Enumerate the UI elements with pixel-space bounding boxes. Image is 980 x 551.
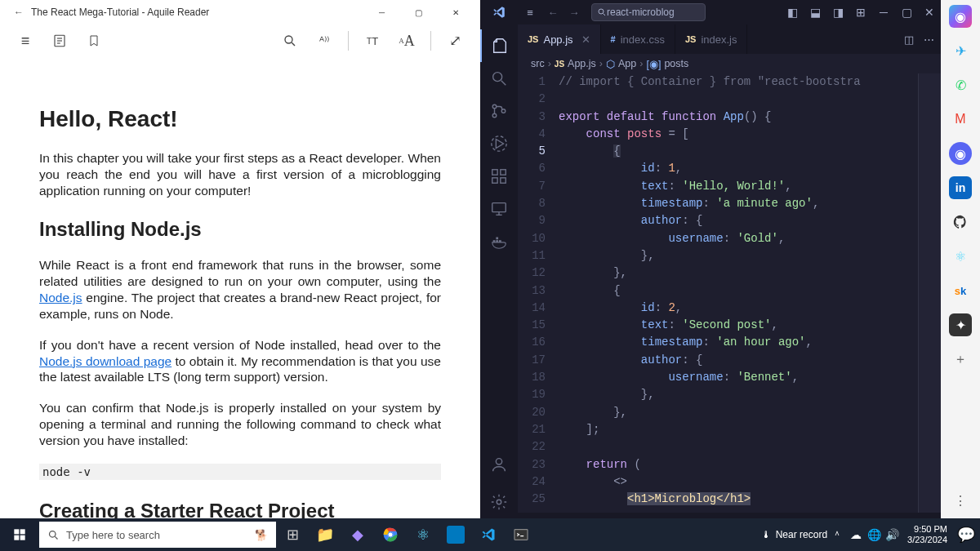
expand-icon[interactable]: ⤢ [438,24,472,57]
svg-point-32 [50,531,56,537]
node-paragraph-2: If you don't have a recent version of No… [39,337,441,385]
github-icon[interactable] [949,211,972,233]
start-button[interactable] [0,518,39,551]
close-button[interactable]: ✕ [437,0,474,24]
node-paragraph-1: While React is a front end framework tha… [39,257,441,322]
sk-icon[interactable]: sk [949,279,972,302]
layout-customize-icon[interactable]: ⊞ [849,6,872,19]
taskbar-search[interactable]: Type here to search 🐕 [39,522,276,548]
tab-app-js[interactable]: JSApp.js✕ [518,24,601,54]
back-icon[interactable]: ← [7,7,31,18]
heading-creating-starter: Creating a Starter React Project [39,500,334,518]
node-paragraph-3: You can confirm that Node.js is properly… [39,400,441,448]
svg-point-27 [497,500,501,504]
vscode-titlebar: ≡ ← → react-microblog ◧ ⬓ ◨ ⊞ ─ ▢ ✕ [480,0,941,24]
aquile-reader-window: ← The React Mega-Tutorial - Aquile Reade… [0,0,480,518]
extensions-icon[interactable] [480,160,518,193]
obsidian-icon[interactable]: ◆ [341,518,374,551]
explorer-icon[interactable] [480,29,518,62]
toc-icon[interactable] [42,24,77,57]
text-size-icon[interactable]: TT [355,24,390,57]
svg-point-8 [493,73,502,82]
discord-icon[interactable]: ◉ [949,142,972,165]
svg-point-4 [285,36,292,43]
svg-line-9 [501,81,506,86]
close-icon[interactable]: ✕ [581,33,590,46]
read-aloud-icon[interactable]: ᴬ⁾⁾ [307,24,341,57]
tray-chevron-icon[interactable]: ＾ [827,518,847,551]
terminal-icon[interactable] [505,518,537,551]
layout-panel-icon[interactable]: ⬓ [804,6,826,19]
onedrive-icon[interactable]: ☁ [847,518,865,551]
svg-point-26 [496,459,501,464]
gmail-icon[interactable]: M [949,108,972,131]
minimap[interactable] [918,73,941,513]
svg-marker-13 [496,140,503,149]
vsc-close-button[interactable]: ✕ [918,6,941,19]
rail-more-icon[interactable]: ⋮ [949,489,972,512]
maximize-button[interactable]: ▢ [400,0,437,24]
chrome-icon[interactable] [374,518,407,551]
edge-sidebar: ◉ ✈ ✆ M ◉ in ⚛ sk ✦ ＋ ⋮ [941,0,980,518]
split-editor-icon[interactable]: ◫ [904,33,914,46]
linkedin-icon[interactable]: in [949,176,972,199]
telegram-icon[interactable]: ✈ [949,39,972,62]
settings-gear-icon[interactable] [480,486,518,518]
layout-sidebar-left-icon[interactable]: ◧ [781,6,804,19]
nav-forward-icon[interactable]: → [564,7,585,19]
reader-content: Hello, React! In this chapter you will t… [0,57,480,518]
search-icon[interactable] [273,24,307,57]
source-control-icon[interactable] [480,95,518,127]
docker-icon[interactable] [480,225,518,258]
svg-point-6 [599,9,604,14]
wifi-icon[interactable]: 🌐 [865,518,883,551]
line-gutter: 1234567891011121314151617181920212223242… [518,73,559,513]
code-text[interactable]: // import { Container } from "react-boot… [559,73,941,513]
whatsapp-icon[interactable]: ✆ [949,73,972,96]
remote-icon[interactable] [480,193,518,225]
svg-rect-38 [514,530,528,540]
minimize-button[interactable]: ─ [363,0,400,24]
svg-line-5 [292,42,295,46]
react-icon[interactable]: ⚛ [949,245,972,268]
nav-back-icon[interactable]: ← [542,7,564,19]
bookmark-icon[interactable] [77,24,111,57]
code-editor[interactable]: 1234567891011121314151617181920212223242… [518,73,941,513]
editor-tabs: JSApp.js✕ #index.css JSindex.js ◫⋯ [518,24,941,54]
task-view-icon[interactable]: ⊞ [276,518,309,551]
trello-icon[interactable] [447,526,465,544]
svg-point-10 [492,104,497,109]
nodejs-link[interactable]: Node.js [39,291,82,304]
intro-paragraph: In this chapter you will take your first… [39,150,441,198]
more-actions-icon[interactable]: ⋯ [924,33,934,46]
debug-icon[interactable] [480,127,518,160]
nodejs-download-link[interactable]: Node.js download page [39,354,172,368]
file-explorer-icon[interactable]: 📁 [309,518,341,551]
activity-bar [480,24,518,518]
vscode-taskbar-icon[interactable] [472,518,505,551]
layout-sidebar-right-icon[interactable]: ◨ [826,6,849,19]
font-style-icon[interactable]: AA [390,24,424,57]
window-title: The React Mega-Tutorial - Aquile Reader [31,7,209,18]
vsc-maximize-button[interactable]: ▢ [895,6,918,19]
search-activity-icon[interactable] [480,62,518,95]
reader-titlebar: ← The React Mega-Tutorial - Aquile Reade… [0,0,480,24]
breadcrumb[interactable]: src› JS App.js› ⬡ App› [◉] posts [518,54,941,73]
svg-line-33 [55,536,57,539]
react-app-icon[interactable]: ⚛ [407,518,439,551]
notifications-icon[interactable]: 💬 [954,518,978,551]
volume-icon[interactable]: 🔊 [883,518,901,551]
chatgpt-icon[interactable]: ✦ [949,313,972,336]
account-icon[interactable] [480,448,518,481]
menu-icon[interactable]: ≡ [8,24,42,57]
heading-installing-node: Installing Node.js [39,218,441,241]
hamburger-icon[interactable]: ≡ [518,7,542,19]
add-tool-icon[interactable]: ＋ [949,348,972,371]
tab-index-css[interactable]: #index.css [601,24,675,54]
command-center-search[interactable]: react-microblog [591,3,706,21]
vsc-minimize-button[interactable]: ─ [872,6,895,19]
copilot-icon[interactable]: ◉ [949,5,972,28]
taskbar-clock[interactable]: 9:50 PM3/23/2024 [901,524,954,545]
tab-index-js[interactable]: JSindex.js [675,24,748,54]
weather-widget[interactable]: 🌡 Near record [761,518,827,551]
